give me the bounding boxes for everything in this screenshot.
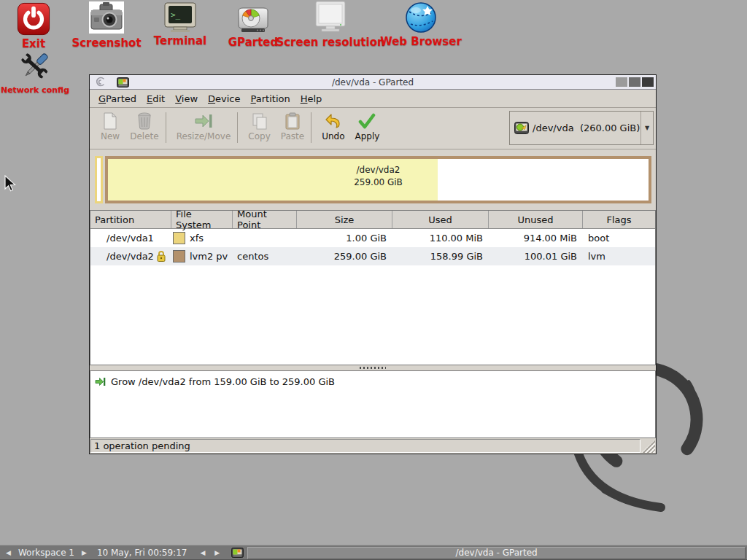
camera-icon (88, 1, 125, 35)
task-next-icon[interactable]: ▶ (214, 550, 220, 556)
window-title: /dev/vda - GParted (90, 77, 656, 88)
partition-visual-pane: /dev/vda2 259.00 GiB (90, 149, 656, 210)
table-header-row: Partition File System Mount Point Size U… (90, 211, 655, 229)
desktop-icon-label: Terminal (154, 34, 207, 47)
column-header-partition[interactable]: Partition (90, 211, 171, 228)
window-resize-grip[interactable] (640, 439, 655, 453)
taskbar: ◀ Workspace 1 ▶ 10 May, Fri 00:59:17 ◀ ▶… (0, 545, 747, 560)
taskbar-clock: 10 May, Fri 00:59:17 (97, 548, 187, 558)
desktop-icon-exit[interactable]: Exit (6, 2, 61, 50)
menu-partition[interactable]: Partition (250, 90, 291, 107)
column-header-unused[interactable]: Unused (489, 211, 583, 228)
delete-button[interactable]: Delete (125, 112, 163, 141)
toolbar-separator (237, 112, 238, 143)
workspace-next-icon[interactable]: ▶ (82, 550, 87, 556)
desktop-icon-web-browser[interactable]: Web Browser (378, 1, 464, 48)
taskbar-window-button[interactable]: /dev/vda - GParted (247, 547, 746, 559)
desktop-icon-label: Web Browser (380, 35, 462, 48)
desktop-icon-screen-resolution[interactable]: Screen resolution (280, 1, 381, 49)
tools-icon (16, 49, 54, 84)
filesystem-color-swatch (173, 232, 185, 244)
menu-device[interactable]: Device (207, 90, 241, 107)
menu-gparted[interactable]: GParted (98, 90, 137, 107)
filesystem-color-swatch (173, 250, 185, 262)
workspace-label: Workspace 1 (18, 548, 74, 558)
desktop-icon-label: Screenshot (71, 36, 141, 50)
column-header-mountpoint[interactable]: Mount Point (233, 211, 297, 228)
window-maximize-button[interactable] (629, 77, 640, 87)
paste-button[interactable]: Paste (276, 112, 309, 141)
splitter-dots (360, 367, 386, 369)
workspace-prev-icon[interactable]: ◀ (6, 550, 11, 556)
gparted-window: /dev/vda - GParted GParted Edit View Dev… (89, 74, 657, 454)
taskbar-gparted-icon (231, 548, 244, 558)
status-text: 1 operation pending (90, 439, 640, 453)
desktop-icon-screenshot[interactable]: Screenshot (71, 1, 142, 50)
statusbar: 1 operation pending (90, 438, 656, 454)
pending-operation-text: Grow /dev/vda2 from 159.00 GiB to 259.00… (111, 376, 335, 387)
column-header-size[interactable]: Size (297, 211, 392, 228)
new-document-icon (103, 112, 117, 130)
menu-help[interactable]: Help (300, 90, 323, 107)
desktop-icon-label: Network config (1, 85, 69, 95)
globe-icon (405, 1, 437, 34)
titlebar[interactable]: /dev/vda - GParted (90, 75, 656, 90)
trash-icon (136, 112, 152, 130)
desktop-icon-network-config[interactable]: Network config (1, 49, 69, 95)
column-header-filesystem[interactable]: File System (171, 211, 233, 228)
column-header-flags[interactable]: Flags (583, 211, 655, 228)
apply-button[interactable]: Apply (350, 112, 385, 141)
desktop-icon-label: Screen resolution (276, 36, 384, 49)
partition-visual-vda1[interactable] (95, 156, 103, 203)
chevron-down-icon: ▼ (640, 112, 653, 144)
grow-operation-icon (95, 377, 106, 386)
column-header-used[interactable]: Used (392, 211, 489, 228)
partition-table: Partition File System Mount Point Size U… (90, 210, 656, 365)
new-button[interactable]: New (96, 112, 125, 141)
desktop-icon-label: GParted (228, 36, 279, 49)
toolbar: New Delete Resize/Move (90, 108, 656, 149)
mouse-cursor (4, 175, 17, 192)
lock-icon (156, 250, 166, 262)
terminal-icon: >_ (163, 2, 197, 33)
device-drive-icon (514, 122, 529, 134)
pending-operations-pane: Grow /dev/vda2 from 159.00 GiB to 259.00… (90, 370, 656, 438)
device-selector-label: /dev/vda (260.00 GiB) (533, 122, 640, 133)
power-icon (17, 2, 50, 36)
gparted-disk-icon (236, 5, 271, 34)
menubar: GParted Edit View Device Partition Help (90, 90, 656, 108)
undo-button[interactable]: Undo (317, 112, 349, 141)
table-row-vda2[interactable]: /dev/vda2 lvm2 pv centos 259.00 GiB (90, 247, 655, 265)
undo-icon (325, 113, 342, 129)
copy-button[interactable]: Copy (243, 112, 275, 141)
svg-text:>_: >_ (171, 10, 181, 20)
resize-move-icon (194, 113, 213, 129)
device-selector[interactable]: /dev/vda (260.00 GiB) ▼ (509, 111, 654, 145)
paste-icon (285, 112, 301, 130)
menu-edit[interactable]: Edit (146, 90, 166, 107)
partition-visual-vda2[interactable]: /dev/vda2 259.00 GiB (105, 156, 651, 203)
toolbar-separator (166, 112, 166, 143)
task-prev-icon[interactable]: ◀ (200, 550, 205, 556)
apply-check-icon (358, 113, 376, 129)
desktop: Exit Screenshot >_ Terminal (0, 0, 747, 560)
copy-icon (251, 112, 268, 130)
monitor-icon (314, 1, 347, 34)
pane-splitter-handle[interactable] (90, 365, 656, 370)
partition-visual-label: /dev/vda2 259.00 GiB (108, 164, 649, 189)
resize-move-button[interactable]: Resize/Move (171, 112, 236, 141)
pending-operation-item: Grow /dev/vda2 from 159.00 GiB to 259.00… (95, 376, 651, 387)
window-close-button[interactable] (642, 77, 654, 87)
window-minimize-button[interactable] (616, 77, 627, 87)
table-row-vda1[interactable]: /dev/vda1 xfs 1.00 GiB 110.00 MiB 914.00… (90, 229, 655, 247)
menu-view[interactable]: View (174, 90, 198, 107)
desktop-icon-terminal[interactable]: >_ Terminal (146, 2, 214, 47)
toolbar-separator (311, 112, 311, 143)
